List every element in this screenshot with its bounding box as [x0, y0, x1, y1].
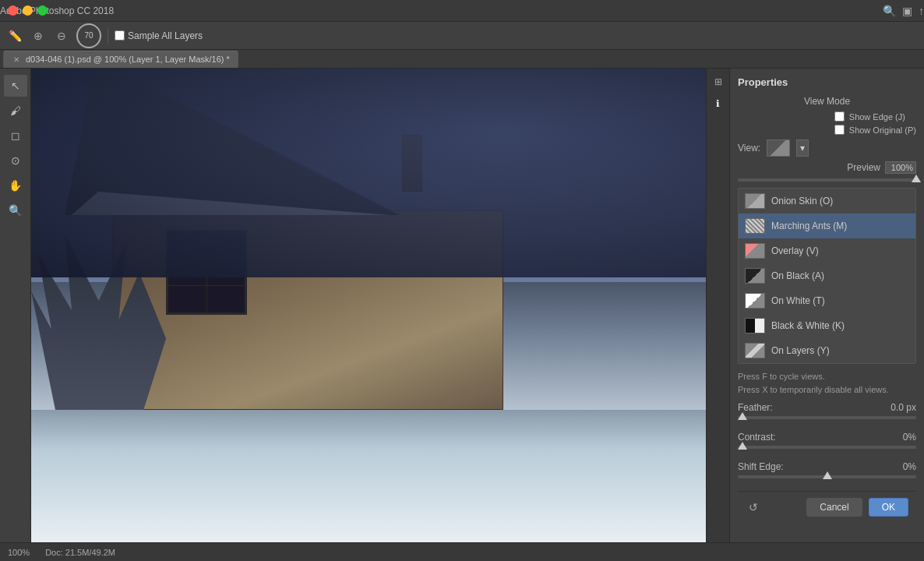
sample-all-layers-label: Sample All Layers [128, 30, 203, 41]
hint-line1: Press F to cycle views. [738, 370, 916, 383]
contrast-value: 0% [903, 432, 916, 443]
close-button[interactable] [8, 5, 18, 16]
lasso-tool-icon[interactable]: ⊙ [4, 150, 27, 171]
view-mode-item-bw[interactable]: Black & White (K) [739, 313, 915, 338]
hand-tool-icon[interactable]: ✋ [4, 175, 27, 196]
on-layers-icon [745, 343, 765, 358]
panel-content: Properties View Mode Show Edge (J) [730, 69, 924, 542]
brush-size[interactable]: 70 [76, 23, 101, 48]
overlay-label: Overlay (V) [771, 245, 819, 256]
status-bar: 100% Doc: 21.5M/49.2M [0, 542, 924, 561]
onion-skin-label: Onion Skin (O) [771, 196, 833, 206]
snow-ground [31, 410, 706, 542]
show-original-label: Show Original (P) [849, 125, 916, 135]
layers-panel-icon[interactable]: ⊞ [710, 73, 727, 90]
on-white-label: On White (T) [771, 295, 825, 306]
separator [108, 28, 108, 44]
right-panel: ⊞ ℹ Properties View Mode Show Edge (J) [706, 69, 924, 542]
select-tool-icon[interactable]: ↖ [4, 75, 27, 97]
shift-edge-track[interactable] [738, 475, 916, 478]
preview-slider[interactable] [738, 178, 916, 182]
marching-ants-label: Marching Ants (M) [771, 221, 847, 231]
preview-value-input[interactable] [885, 161, 916, 174]
footer-left-icons: ↺ [746, 499, 761, 515]
main-content: ↖ 🖌 ◻ ⊙ ✋ 🔍 [0, 69, 924, 542]
view-mode-label: View Mode [738, 96, 916, 107]
on-white-icon [745, 293, 765, 309]
view-dropdown-arrow[interactable]: ▾ [796, 139, 809, 157]
add-icon[interactable]: ⊕ [30, 27, 47, 44]
window-controls[interactable] [8, 5, 48, 16]
arrange-icon[interactable]: ▣ [902, 5, 912, 17]
view-mode-item-onblack[interactable]: On Black (A) [739, 263, 915, 288]
tab-bar: ✕ d034-046 (1).psd @ 100% (Layer 1, Laye… [0, 50, 924, 69]
view-mode-item-onlayers[interactable]: On Layers (Y) [739, 338, 915, 363]
cancel-button[interactable]: Cancel [806, 498, 862, 517]
tab-close-icon[interactable]: ✕ [12, 55, 21, 64]
feather-track[interactable] [738, 416, 916, 419]
sample-all-layers-checkbox[interactable] [115, 30, 125, 41]
maximize-button[interactable] [37, 5, 48, 16]
sample-all-layers-control[interactable]: Sample All Layers [115, 30, 203, 41]
tab-label: d034-046 (1).psd @ 100% (Layer 1, Layer … [26, 55, 230, 64]
feather-slider-row: Feather: 0.0 px [738, 402, 916, 419]
panel-layout: ⊞ ℹ Properties View Mode Show Edge (J) [707, 69, 924, 542]
view-label: View: [738, 143, 760, 153]
black-white-icon [745, 318, 765, 333]
view-mode-item-onwhite[interactable]: On White (T) [739, 288, 915, 313]
document-tab[interactable]: ✕ d034-046 (1).psd @ 100% (Layer 1, Laye… [3, 51, 238, 68]
canvas-area[interactable] [31, 69, 706, 542]
contrast-slider-row: Contrast: 0% [738, 432, 916, 449]
panel-footer: ↺ Cancel OK [738, 491, 916, 523]
zoom-level: 100% [8, 548, 30, 557]
view-mode-section: View Mode Show Edge (J) Show Original (P… [738, 96, 916, 182]
ok-button[interactable]: OK [869, 498, 908, 517]
show-edge-row: Show Edge (J) [834, 111, 916, 122]
canvas-scene [31, 69, 706, 542]
title-bar: Adobe Photoshop CC 2018 🔍 ▣ ↑ [0, 0, 924, 22]
shift-edge-label: Shift Edge: [738, 461, 784, 472]
preview-label: Preview [847, 162, 880, 173]
zoom-tool-icon[interactable]: 🔍 [4, 199, 27, 221]
share-icon[interactable]: ↑ [919, 5, 924, 17]
left-toolbar: ↖ 🖌 ◻ ⊙ ✋ 🔍 [0, 69, 31, 542]
panel-title: Properties [738, 76, 916, 88]
show-edge-checkbox[interactable] [834, 111, 845, 122]
on-black-label: On Black (A) [771, 270, 824, 281]
title-right-icons: 🔍 ▣ ↑ [883, 5, 924, 17]
brush-tool-icon[interactable]: ✏️ [6, 27, 23, 44]
onion-skin-icon [745, 193, 765, 209]
overlay-icon [745, 243, 765, 259]
subtract-icon[interactable]: ⊖ [53, 27, 70, 44]
panel-icon-sidebar: ⊞ ℹ [707, 69, 730, 542]
search-icon[interactable]: 🔍 [883, 5, 896, 17]
hint-text: Press F to cycle views. Press X to tempo… [738, 370, 916, 396]
reset-icon[interactable]: ↺ [746, 499, 761, 515]
hint-line2: Press X to temporarily disable all views… [738, 383, 916, 397]
shift-edge-value: 0% [903, 461, 916, 472]
paint-tool-icon[interactable]: 🖌 [4, 100, 27, 122]
contrast-label: Contrast: [738, 432, 776, 443]
contrast-track[interactable] [738, 446, 916, 449]
view-mode-item-onion[interactable]: Onion Skin (O) [739, 189, 915, 213]
view-select-row: View: ▾ [738, 139, 916, 157]
show-original-checkbox[interactable] [834, 125, 845, 135]
sky-overlay [31, 69, 706, 277]
show-original-row: Show Original (P) [834, 125, 916, 135]
black-white-label: Black & White (K) [771, 320, 845, 331]
feather-value: 0.0 px [890, 402, 916, 413]
doc-size: Doc: 21.5M/49.2M [45, 548, 115, 557]
minimize-button[interactable] [23, 5, 33, 16]
marching-ants-icon [745, 218, 765, 234]
main-toolbar: ✏️ ⊕ ⊖ 70 Sample All Layers [0, 22, 924, 50]
feather-label: Feather: [738, 402, 773, 413]
properties-panel-icon[interactable]: ℹ [710, 95, 727, 112]
sliders-section: Feather: 0.0 px Contrast: 0% [738, 402, 916, 478]
show-edge-label: Show Edge (J) [849, 112, 905, 122]
view-mode-list: Onion Skin (O) Marching Ants (M) Overlay… [738, 188, 916, 364]
view-thumbnail[interactable] [767, 139, 790, 157]
view-mode-item-marching[interactable]: Marching Ants (M) [739, 213, 915, 238]
view-mode-item-overlay[interactable]: Overlay (V) [739, 238, 915, 263]
on-layers-label: On Layers (Y) [771, 345, 830, 356]
eraser-tool-icon[interactable]: ◻ [4, 125, 27, 146]
